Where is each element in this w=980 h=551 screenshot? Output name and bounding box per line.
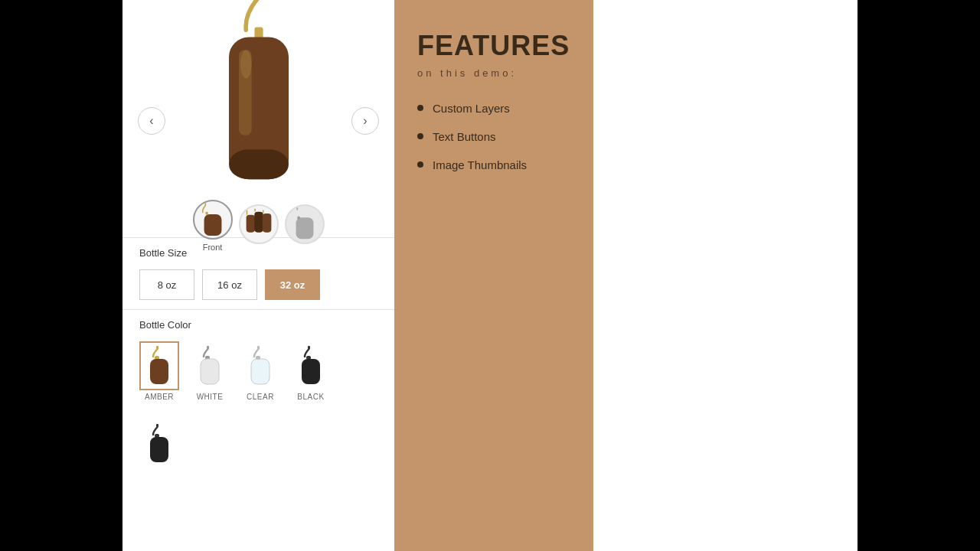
product-image-area: ‹: [122, 0, 394, 237]
thumbnails-row: Front: [193, 200, 325, 252]
svg-rect-11: [262, 214, 270, 233]
feature-item-0: Custom Layers: [417, 102, 570, 115]
svg-rect-20: [150, 359, 168, 384]
svg-rect-12: [246, 210, 247, 215]
svg-rect-14: [262, 210, 263, 214]
features-title: FEATURES: [417, 31, 570, 61]
right-panel: FEATURES on this demo: Custom Layers Tex…: [394, 0, 593, 551]
color-clear-option[interactable]: CLEAR: [240, 341, 280, 401]
bottom-preview: [122, 410, 394, 468]
color-black-swatch: [291, 341, 331, 390]
thumbnail-group-2: [285, 204, 325, 247]
svg-rect-26: [251, 359, 270, 384]
color-options: AMBER WHITE: [139, 341, 377, 401]
svg-rect-9: [246, 215, 254, 233]
svg-rect-7: [205, 211, 208, 214]
color-white-label: WHITE: [197, 393, 224, 401]
color-black-label: BLACK: [297, 393, 324, 401]
bullet-icon-1: [417, 133, 423, 139]
svg-rect-15: [296, 217, 313, 239]
thumbnail-front-label: Front: [203, 243, 223, 252]
chevron-left-icon: ‹: [149, 114, 153, 128]
bottle-illustration: [198, 0, 320, 192]
svg-point-4: [240, 50, 251, 78]
bottom-color-option-0[interactable]: [139, 419, 179, 468]
color-clear-label: CLEAR: [247, 393, 274, 401]
color-amber-option[interactable]: AMBER: [139, 341, 179, 401]
color-white-swatch: [190, 341, 230, 390]
svg-rect-29: [302, 359, 320, 384]
left-panel: ‹: [122, 0, 394, 551]
color-white-option[interactable]: WHITE: [190, 341, 230, 401]
svg-rect-8: [204, 214, 221, 236]
feature-text-0: Custom Layers: [433, 102, 510, 115]
feature-text-2: Image Thumbnails: [433, 158, 527, 171]
thumbnail-front[interactable]: [193, 200, 233, 240]
thumbnail-alt[interactable]: [285, 204, 325, 244]
thumbnail-group[interactable]: [239, 204, 279, 244]
prev-image-button[interactable]: ‹: [138, 107, 165, 135]
color-amber-label: AMBER: [145, 393, 174, 401]
bottom-color-swatch-0: [139, 419, 179, 468]
bottle-color-section: Bottle Color AMBER: [122, 309, 394, 410]
size-16oz-button[interactable]: 16 oz: [202, 269, 257, 300]
product-main-image: [194, 0, 324, 192]
color-clear-swatch: [240, 341, 280, 390]
feature-text-1: Text Buttons: [433, 130, 496, 143]
svg-rect-32: [150, 437, 168, 462]
svg-rect-10: [254, 212, 263, 233]
thumbnail-group-1: [239, 204, 279, 247]
features-subtitle: on this demo:: [417, 67, 570, 79]
bottle-color-title: Bottle Color: [139, 319, 377, 331]
next-image-button[interactable]: ›: [351, 107, 379, 135]
svg-rect-13: [254, 209, 256, 212]
size-options: 8 oz 16 oz 32 oz: [139, 269, 377, 300]
thumbnail-group-0: Front: [193, 200, 233, 252]
bullet-icon-2: [417, 161, 423, 168]
size-8oz-button[interactable]: 8 oz: [139, 269, 194, 300]
color-amber-swatch: [139, 341, 179, 390]
chevron-right-icon: ›: [363, 114, 367, 128]
svg-rect-17: [296, 207, 298, 210]
main-container: ‹: [122, 0, 858, 551]
svg-rect-16: [297, 216, 300, 219]
bullet-icon-0: [417, 105, 423, 111]
size-32oz-button[interactable]: 32 oz: [265, 269, 320, 300]
color-black-option[interactable]: BLACK: [291, 341, 331, 401]
feature-item-1: Text Buttons: [417, 130, 570, 143]
feature-item-2: Image Thumbnails: [417, 158, 570, 171]
svg-rect-5: [229, 149, 289, 179]
svg-rect-23: [201, 359, 219, 384]
